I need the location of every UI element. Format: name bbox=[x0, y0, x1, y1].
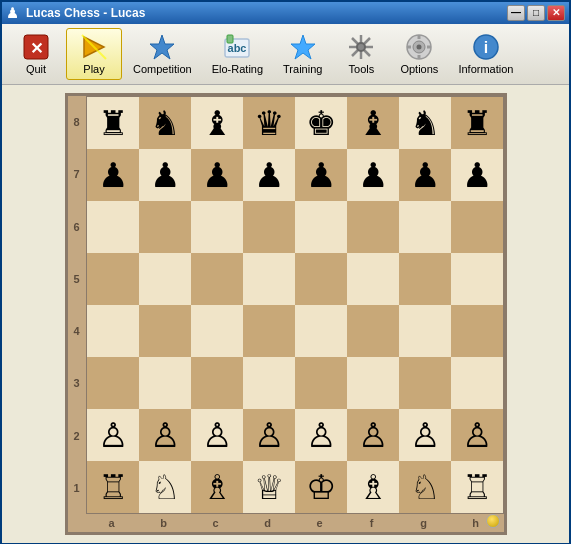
square-f2[interactable]: ♙ bbox=[347, 409, 399, 461]
square-h1[interactable]: ♖ bbox=[451, 461, 503, 513]
elo-rating-button[interactable]: abc Elo-Rating bbox=[203, 28, 272, 80]
square-f7[interactable]: ♟ bbox=[347, 149, 399, 201]
square-b4[interactable] bbox=[139, 305, 191, 357]
rank-2: 2 bbox=[70, 410, 84, 462]
square-c4[interactable] bbox=[191, 305, 243, 357]
options-label: Options bbox=[400, 63, 438, 75]
quit-button[interactable]: ✕ Quit bbox=[8, 28, 64, 80]
square-b7[interactable]: ♟ bbox=[139, 149, 191, 201]
square-g8[interactable]: ♞ bbox=[399, 97, 451, 149]
square-f1[interactable]: ♗ bbox=[347, 461, 399, 513]
square-b6[interactable] bbox=[139, 201, 191, 253]
rank-1: 1 bbox=[70, 462, 84, 514]
square-f6[interactable] bbox=[347, 201, 399, 253]
training-button[interactable]: Training bbox=[274, 28, 331, 80]
options-button[interactable]: Options bbox=[391, 28, 447, 80]
square-e8[interactable]: ♚ bbox=[295, 97, 347, 149]
square-c2[interactable]: ♙ bbox=[191, 409, 243, 461]
maximize-button[interactable]: □ bbox=[527, 5, 545, 21]
square-e2[interactable]: ♙ bbox=[295, 409, 347, 461]
square-d7[interactable]: ♟ bbox=[243, 149, 295, 201]
piece-b8: ♞ bbox=[150, 106, 180, 140]
square-d1[interactable]: ♕ bbox=[243, 461, 295, 513]
square-a2[interactable]: ♙ bbox=[87, 409, 139, 461]
square-e3[interactable] bbox=[295, 357, 347, 409]
square-h5[interactable] bbox=[451, 253, 503, 305]
svg-text:✕: ✕ bbox=[30, 40, 43, 57]
square-a5[interactable] bbox=[87, 253, 139, 305]
square-h3[interactable] bbox=[451, 357, 503, 409]
svg-rect-19 bbox=[407, 46, 411, 49]
square-e7[interactable]: ♟ bbox=[295, 149, 347, 201]
window-controls: — □ ✕ bbox=[507, 5, 565, 21]
competition-button[interactable]: Competition bbox=[124, 28, 201, 80]
svg-marker-4 bbox=[150, 35, 174, 59]
square-f5[interactable] bbox=[347, 253, 399, 305]
tools-button[interactable]: Tools bbox=[333, 28, 389, 80]
square-g3[interactable] bbox=[399, 357, 451, 409]
svg-rect-7 bbox=[227, 35, 233, 43]
rank-8: 8 bbox=[70, 96, 84, 148]
square-d4[interactable] bbox=[243, 305, 295, 357]
square-c5[interactable] bbox=[191, 253, 243, 305]
square-c8[interactable]: ♝ bbox=[191, 97, 243, 149]
square-f3[interactable] bbox=[347, 357, 399, 409]
square-g5[interactable] bbox=[399, 253, 451, 305]
square-g6[interactable] bbox=[399, 201, 451, 253]
square-h6[interactable] bbox=[451, 201, 503, 253]
square-d2[interactable]: ♙ bbox=[243, 409, 295, 461]
square-c7[interactable]: ♟ bbox=[191, 149, 243, 201]
square-c1[interactable]: ♗ bbox=[191, 461, 243, 513]
square-e5[interactable] bbox=[295, 253, 347, 305]
square-b5[interactable] bbox=[139, 253, 191, 305]
piece-d7: ♟ bbox=[254, 158, 284, 192]
play-label: Play bbox=[83, 63, 104, 75]
square-b3[interactable] bbox=[139, 357, 191, 409]
square-g4[interactable] bbox=[399, 305, 451, 357]
square-a1[interactable]: ♖ bbox=[87, 461, 139, 513]
square-f8[interactable]: ♝ bbox=[347, 97, 399, 149]
square-b1[interactable]: ♘ bbox=[139, 461, 191, 513]
square-d5[interactable] bbox=[243, 253, 295, 305]
square-h4[interactable] bbox=[451, 305, 503, 357]
square-c6[interactable] bbox=[191, 201, 243, 253]
piece-g8: ♞ bbox=[410, 106, 440, 140]
piece-h1: ♖ bbox=[462, 470, 492, 504]
square-a8[interactable]: ♜ bbox=[87, 97, 139, 149]
square-h8[interactable]: ♜ bbox=[451, 97, 503, 149]
information-button[interactable]: i Information bbox=[449, 28, 522, 80]
square-a3[interactable] bbox=[87, 357, 139, 409]
minimize-button[interactable]: — bbox=[507, 5, 525, 21]
square-a4[interactable] bbox=[87, 305, 139, 357]
square-a6[interactable] bbox=[87, 201, 139, 253]
svg-rect-17 bbox=[418, 35, 421, 39]
svg-marker-8 bbox=[291, 35, 315, 59]
square-b8[interactable]: ♞ bbox=[139, 97, 191, 149]
file-b: b bbox=[138, 514, 190, 532]
file-g: g bbox=[398, 514, 450, 532]
square-e1[interactable]: ♔ bbox=[295, 461, 347, 513]
square-g7[interactable]: ♟ bbox=[399, 149, 451, 201]
piece-e1: ♔ bbox=[306, 470, 336, 504]
piece-b2: ♙ bbox=[150, 418, 180, 452]
piece-c1: ♗ bbox=[202, 470, 232, 504]
square-f4[interactable] bbox=[347, 305, 399, 357]
square-d8[interactable]: ♛ bbox=[243, 97, 295, 149]
square-c3[interactable] bbox=[191, 357, 243, 409]
square-b2[interactable]: ♙ bbox=[139, 409, 191, 461]
square-a7[interactable]: ♟ bbox=[87, 149, 139, 201]
close-button[interactable]: ✕ bbox=[547, 5, 565, 21]
square-d3[interactable] bbox=[243, 357, 295, 409]
piece-d8: ♛ bbox=[254, 106, 284, 140]
square-h2[interactable]: ♙ bbox=[451, 409, 503, 461]
square-e6[interactable] bbox=[295, 201, 347, 253]
piece-e2: ♙ bbox=[306, 418, 336, 452]
square-g1[interactable]: ♘ bbox=[399, 461, 451, 513]
play-button[interactable]: Play bbox=[66, 28, 122, 80]
square-e4[interactable] bbox=[295, 305, 347, 357]
square-g2[interactable]: ♙ bbox=[399, 409, 451, 461]
square-h7[interactable]: ♟ bbox=[451, 149, 503, 201]
chess-board[interactable]: ♜♞♝♛♚♝♞♜♟♟♟♟♟♟♟♟♙♙♙♙♙♙♙♙♖♘♗♕♔♗♘♖ bbox=[86, 96, 504, 514]
square-d6[interactable] bbox=[243, 201, 295, 253]
information-label: Information bbox=[458, 63, 513, 75]
